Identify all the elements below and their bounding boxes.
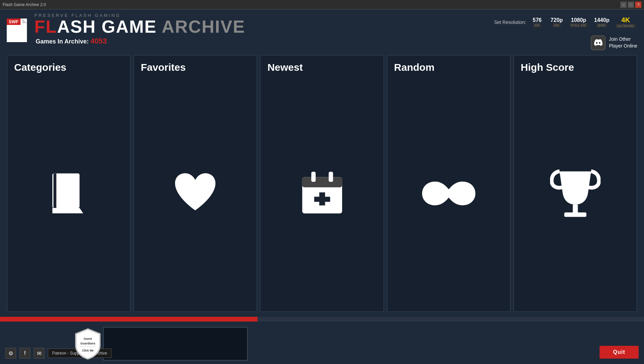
cards-area: Categories Favorites: [0, 50, 644, 317]
res-1440-num: 1440p: [594, 17, 609, 23]
heart-icon: [172, 172, 219, 217]
bottom-area: ⚙ f ✉ Patreon - Support This Archive Gam…: [0, 324, 644, 364]
card-categories-icon-area: [7, 77, 130, 311]
progress-bar-area: [0, 317, 644, 322]
svg-text:Click Me: Click Me: [82, 349, 94, 352]
facebook-icon[interactable]: f: [20, 348, 30, 359]
card-high-score-title: High Score: [514, 56, 637, 77]
card-random-title: Random: [387, 56, 510, 77]
svg-rect-4: [302, 177, 342, 187]
svg-text:Game: Game: [83, 337, 92, 340]
card-random[interactable]: Random: [387, 55, 511, 312]
res-4k-sub: ULTRAHD: [616, 24, 635, 28]
logo-ash: ASH: [57, 17, 102, 36]
card-favorites-title: Favorites: [134, 56, 257, 77]
res-720-num: 720p: [550, 17, 563, 23]
res-1080[interactable]: 1080p FULL HD: [568, 17, 589, 28]
svg-marker-2: [53, 208, 83, 213]
resolution-label: Set Resolution:: [494, 20, 526, 25]
card-random-icon-area: [387, 77, 510, 311]
svg-rect-0: [53, 173, 80, 208]
games-count-line: Games In Archive: 4053: [34, 37, 245, 46]
card-newest[interactable]: Newest: [260, 55, 384, 312]
discord-line1: Join Other: [609, 36, 637, 43]
res-720[interactable]: 720p HD: [548, 17, 565, 28]
games-number: 4053: [90, 37, 107, 45]
res-576-sub: SD: [533, 23, 541, 27]
svg-rect-1: [54, 173, 57, 208]
card-newest-icon-area: [261, 77, 383, 311]
res-576[interactable]: 576 SD: [529, 17, 546, 28]
svg-rect-10: [564, 212, 586, 217]
progress-bar-fill: [0, 317, 258, 322]
maximize-button[interactable]: □: [628, 2, 634, 8]
card-newest-title: Newest: [261, 56, 383, 77]
minimize-button[interactable]: ─: [620, 2, 626, 8]
swf-icon: SWF: [7, 16, 30, 43]
game-guardians-area[interactable]: Game Guardians Click Me: [73, 327, 248, 361]
logo-main: FLASH GAME ARCHIVE: [34, 18, 245, 35]
swf-file-icon: SWF: [7, 19, 27, 42]
guardian-text-box: [103, 327, 248, 361]
settings-icon[interactable]: ⚙: [5, 348, 16, 359]
card-categories-title: Categories: [7, 56, 130, 77]
logo-text: PRESERVE FLASH GAMING FLASH GAME ARCHIVE…: [34, 13, 245, 46]
card-favorites[interactable]: Favorites: [133, 55, 257, 312]
res-1080-sub: FULL HD: [570, 23, 587, 27]
trophy-icon: [550, 168, 601, 220]
res-4k[interactable]: 4K ULTRAHD: [614, 16, 637, 29]
window-controls: ─ □ ✕: [620, 2, 641, 8]
card-high-score[interactable]: High Score: [513, 55, 637, 312]
svg-rect-6: [329, 172, 333, 182]
svg-text:Guardians: Guardians: [80, 342, 96, 345]
app-title: Flash Game Archive 2.0: [3, 2, 46, 7]
card-favorites-icon-area: [134, 77, 257, 311]
discord-line2: Player Online: [609, 43, 637, 50]
discord-area[interactable]: Join Other Player Online: [591, 33, 637, 50]
guardian-shield[interactable]: Game Guardians Click Me: [73, 327, 103, 361]
discord-icon: [591, 35, 606, 50]
res-720-sub: HD: [553, 23, 561, 27]
logo-flash: FL: [34, 17, 57, 36]
infinity-icon: [422, 177, 476, 212]
swf-badge: SWF: [7, 19, 21, 25]
svg-rect-9: [573, 204, 578, 213]
res-576-num: 576: [533, 17, 542, 23]
resolution-area: Set Resolution: 576 SD 720p HD 1080p FUL…: [494, 13, 637, 29]
top-right: Set Resolution: 576 SD 720p HD 1080p FUL…: [494, 13, 637, 50]
res-1440[interactable]: 1440p QHD: [592, 17, 611, 28]
main-area: SWF PRESERVE FLASH GAMING FLASH GAME ARC…: [0, 9, 644, 364]
titlebar: Flash Game Archive 2.0 ─ □ ✕: [0, 0, 644, 9]
logo-game: GAME: [102, 17, 162, 36]
book-icon: [47, 171, 91, 218]
discord-text: Join Other Player Online: [609, 36, 637, 49]
logo-area: SWF PRESERVE FLASH GAMING FLASH GAME ARC…: [7, 13, 245, 46]
quit-button[interactable]: Quit: [600, 346, 639, 359]
close-button[interactable]: ✕: [635, 2, 641, 8]
res-1440-sub: QHD: [597, 23, 607, 27]
res-4k-num: 4K: [621, 16, 630, 24]
logo-archive: ARCHIVE: [162, 17, 245, 36]
email-icon[interactable]: ✉: [34, 348, 44, 359]
calendar-icon: [300, 170, 344, 218]
header: SWF PRESERVE FLASH GAMING FLASH GAME ARC…: [0, 9, 644, 50]
svg-rect-8: [314, 196, 330, 202]
card-high-score-icon-area: [514, 77, 637, 311]
svg-rect-5: [311, 172, 315, 182]
games-label: Games In Archive:: [36, 38, 89, 45]
card-categories[interactable]: Categories: [7, 55, 131, 312]
res-1080-num: 1080p: [571, 17, 586, 23]
